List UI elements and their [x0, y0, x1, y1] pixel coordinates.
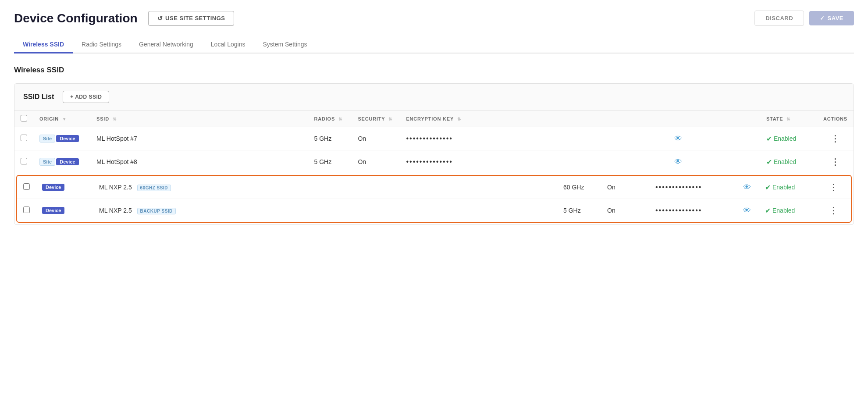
- radios-sort-icon[interactable]: ⇅: [338, 117, 342, 121]
- table-header-row: ORIGIN ▼ SSID ⇅ RADIOS ⇅ SECURITY: [14, 110, 854, 127]
- select-all-header: [14, 110, 33, 127]
- row2-security: On: [352, 150, 400, 174]
- row3-ssid-name: ML NXP 2.5: [99, 184, 132, 191]
- use-site-settings-button[interactable]: ↺ USE SITE SETTINGS: [148, 11, 235, 26]
- row3-checkbox-cell: [17, 176, 36, 199]
- save-label: SAVE: [828, 15, 843, 21]
- check-icon: ✓: [820, 15, 825, 21]
- page-title: Device Configuration: [14, 11, 138, 25]
- col-header-state: STATE ⇅: [760, 110, 817, 127]
- row4-checkbox[interactable]: [23, 207, 30, 213]
- row2-enc-key: ••••••••••••••: [400, 150, 668, 174]
- row3-enc-key-dots: ••••••••••••••: [655, 183, 702, 191]
- row2-actions: ⋮: [817, 150, 854, 174]
- row4-state-enabled: ✔ Enabled: [765, 207, 810, 215]
- row1-state-enabled: ✔ Enabled: [766, 135, 811, 143]
- row1-state-label: Enabled: [774, 135, 796, 142]
- nav-tabs: Wireless SSID Radio Settings General Net…: [14, 36, 854, 53]
- row3-radios: 60 GHz: [557, 176, 601, 199]
- row3-ssid-tag: 60GHZ SSID: [137, 185, 171, 191]
- badge-device: Device: [56, 158, 78, 165]
- select-all-checkbox[interactable]: [21, 115, 27, 121]
- tab-wireless-ssid[interactable]: Wireless SSID: [14, 36, 73, 53]
- table-body: Site Device ML HotSpot #7 5 GHz On •••••…: [14, 127, 854, 174]
- enc-key-sort-icon[interactable]: ⇅: [457, 117, 461, 121]
- row1-enc-key: ••••••••••••••: [400, 127, 668, 150]
- row3-actions: ⋮: [816, 176, 851, 199]
- save-button[interactable]: ✓ SAVE: [809, 11, 854, 25]
- row1-checkbox-cell: [14, 127, 33, 150]
- badge-site: Site: [39, 135, 55, 142]
- row2-eye-icon[interactable]: 👁: [674, 157, 682, 166]
- ssid-card: SSID List + ADD SSID ORIGIN ▼ SSID: [14, 83, 854, 225]
- tab-general-networking[interactable]: General Networking: [130, 36, 202, 53]
- row1-radios: 5 GHz: [308, 127, 352, 150]
- row3-enc-eye: 👁: [737, 176, 759, 199]
- badge-site: Site: [39, 158, 55, 166]
- use-site-settings-label: USE SITE SETTINGS: [165, 15, 225, 21]
- state-sort-icon[interactable]: ⇅: [786, 117, 790, 121]
- row4-eye-icon[interactable]: 👁: [743, 206, 751, 215]
- row1-badges: Site Device: [39, 135, 84, 142]
- row1-actions-menu[interactable]: ⋮: [823, 133, 847, 144]
- row1-ssid: ML HotSpot #7: [90, 127, 308, 150]
- row3-eye-icon[interactable]: 👁: [743, 183, 751, 192]
- row1-actions: ⋮: [817, 127, 854, 150]
- row4-badges: Device: [42, 207, 87, 214]
- row4-actions-menu[interactable]: ⋮: [822, 205, 845, 216]
- row3-actions-menu[interactable]: ⋮: [822, 182, 845, 192]
- row3-checkbox[interactable]: [23, 183, 30, 190]
- tab-radio-settings[interactable]: Radio Settings: [73, 36, 130, 53]
- row4-enc-key-dots: ••••••••••••••: [655, 207, 702, 214]
- row4-ssid-name: ML NXP 2.5: [99, 207, 132, 214]
- row1-check-circle-icon: ✔: [766, 135, 772, 143]
- table-row: Device ML NXP 2.5 BACKUP SSID 5 GHz On •…: [17, 199, 851, 222]
- row1-security: On: [352, 127, 400, 150]
- col-header-enc-key: ENCRYPTION KEY ⇅: [400, 110, 760, 127]
- row2-origin: Site Device: [33, 150, 90, 174]
- row3-ssid: ML NXP 2.5 60GHZ SSID: [93, 176, 557, 199]
- refresh-icon: ↺: [157, 15, 163, 22]
- col-header-origin: ORIGIN ▼: [33, 110, 90, 127]
- row1-enc-key-dots: ••••••••••••••: [406, 135, 452, 142]
- row4-security: On: [601, 199, 649, 222]
- row3-state: ✔ Enabled: [759, 176, 816, 199]
- row4-origin: Device: [36, 199, 93, 222]
- ssid-sort-icon[interactable]: ⇅: [113, 117, 117, 121]
- row2-ssid-name: ML HotSpot #8: [96, 158, 137, 165]
- badge-device: Device: [42, 184, 64, 191]
- section-title: Wireless SSID: [14, 66, 854, 75]
- row3-check-circle-icon: ✔: [765, 183, 771, 192]
- highlighted-ssid-table: Device ML NXP 2.5 60GHZ SSID 60 GHz On •…: [17, 176, 851, 222]
- row2-checkbox[interactable]: [21, 158, 27, 164]
- row2-actions-menu[interactable]: ⋮: [823, 157, 847, 167]
- row1-checkbox[interactable]: [21, 135, 27, 141]
- row4-check-circle-icon: ✔: [765, 207, 771, 215]
- row3-enc-key: ••••••••••••••: [649, 176, 737, 199]
- row4-ssid-tag: BACKUP SSID: [137, 208, 176, 214]
- row1-eye-icon[interactable]: 👁: [674, 134, 682, 143]
- row3-state-enabled: ✔ Enabled: [765, 183, 810, 192]
- page-header: Device Configuration ↺ USE SITE SETTINGS…: [14, 11, 854, 26]
- col-header-actions: ACTIONS: [817, 110, 854, 127]
- row3-state-label: Enabled: [772, 184, 795, 191]
- row2-state: ✔ Enabled: [760, 150, 817, 174]
- row4-ssid: ML NXP 2.5 BACKUP SSID: [93, 199, 557, 222]
- row1-ssid-name: ML HotSpot #7: [96, 135, 137, 142]
- tab-local-logins[interactable]: Local Logins: [202, 36, 254, 53]
- tab-system-settings[interactable]: System Settings: [254, 36, 316, 53]
- origin-sort-icon[interactable]: ▼: [62, 117, 67, 121]
- header-right: DISCARD ✓ SAVE: [754, 11, 854, 26]
- badge-device: Device: [56, 135, 78, 142]
- table-wrapper: ORIGIN ▼ SSID ⇅ RADIOS ⇅ SECURITY: [14, 110, 854, 223]
- row4-enc-key: ••••••••••••••: [649, 199, 737, 222]
- row2-radios: 5 GHz: [308, 150, 352, 174]
- highlighted-table-body: Device ML NXP 2.5 60GHZ SSID 60 GHz On •…: [17, 176, 851, 222]
- row4-enc-eye: 👁: [737, 199, 759, 222]
- add-ssid-button[interactable]: + ADD SSID: [63, 91, 109, 103]
- row4-state: ✔ Enabled: [759, 199, 816, 222]
- discard-button[interactable]: DISCARD: [754, 11, 804, 26]
- row4-state-label: Enabled: [772, 207, 795, 214]
- security-sort-icon[interactable]: ⇅: [388, 117, 392, 121]
- row3-badges: Device: [42, 184, 87, 191]
